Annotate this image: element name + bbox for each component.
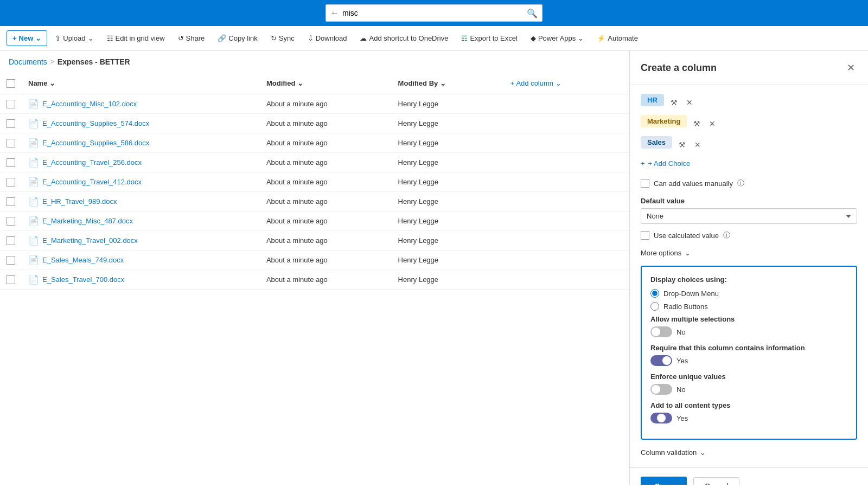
default-value-select[interactable]: None: [641, 208, 857, 224]
file-name-2[interactable]: E_Accounting_Supplies_586.docx: [42, 139, 149, 147]
require-info-value: Yes: [676, 357, 688, 365]
right-panel: Create a column ✕ HR ⚒ ✕ Marketing ⚒ ✕ S…: [629, 51, 868, 485]
can-add-values-label: Can add values manually: [654, 179, 733, 188]
modified-by-cell-6: Henry Legge: [392, 211, 500, 231]
choice-remove-1[interactable]: ✕: [707, 118, 718, 129]
save-button[interactable]: Save: [641, 477, 687, 485]
radio-buttons-radio-row: Radio Buttons: [650, 302, 847, 311]
radio-buttons-radio[interactable]: [650, 302, 659, 311]
row-checkbox-6[interactable]: [7, 217, 15, 226]
panel-header: Create a column ✕: [630, 51, 868, 85]
modified-by-cell-3: Henry Legge: [392, 153, 500, 172]
enforce-unique-label: Enforce unique values: [650, 373, 847, 381]
file-name-4[interactable]: E_Accounting_Travel_412.docx: [42, 178, 142, 186]
search-back-icon[interactable]: ←: [330, 8, 339, 18]
use-calculated-row: Use calculated value ⓘ: [641, 230, 857, 240]
sync-button[interactable]: ↻ Sync: [265, 31, 300, 46]
row-checkbox-2[interactable]: [7, 139, 15, 147]
add-shortcut-button[interactable]: ☁ Add shortcut to OneDrive: [354, 31, 454, 46]
modified-by-cell-4: Henry Legge: [392, 172, 500, 192]
modified-cell-5: About a minute ago: [260, 192, 392, 211]
choice-remove-0[interactable]: ✕: [684, 97, 695, 108]
use-calculated-checkbox[interactable]: [641, 231, 649, 240]
file-name-9[interactable]: E_Sales_Travel_700.docx: [42, 275, 124, 284]
select-all-checkbox[interactable]: [7, 79, 15, 88]
power-apps-button[interactable]: ◆ Power Apps ⌄: [525, 31, 589, 46]
more-options-chevron-icon: ⌄: [685, 249, 691, 257]
file-name-6[interactable]: E_Marketing_Misc_487.docx: [42, 217, 133, 225]
more-options-box: Display choices using: Drop-Down Menu Ra…: [641, 266, 857, 440]
name-column-header[interactable]: Name ⌄: [22, 73, 260, 94]
choice-edit-0[interactable]: ⚒: [668, 97, 680, 108]
modified-cell-6: About a minute ago: [260, 211, 392, 231]
row-checkbox-0[interactable]: [7, 100, 15, 108]
add-choice-button[interactable]: + + Add Choice: [641, 157, 690, 170]
modified-cell-3: About a minute ago: [260, 153, 392, 172]
copy-link-button[interactable]: 🔗 Copy link: [212, 31, 263, 46]
row-checkbox-3[interactable]: [7, 158, 15, 167]
file-icon: 📄: [28, 157, 39, 168]
file-name-1[interactable]: E_Accounting_Supplies_574.docx: [42, 119, 149, 127]
file-table: Name ⌄ Modified ⌄ Modified By ⌄ + Add co…: [0, 73, 629, 290]
file-name-3[interactable]: E_Accounting_Travel_256.docx: [42, 158, 142, 166]
share-icon: ↺: [178, 34, 184, 42]
add-column-button[interactable]: + Add column ⌄: [506, 77, 566, 89]
choice-edit-1[interactable]: ⚒: [691, 118, 703, 129]
modified-cell-8: About a minute ago: [260, 251, 392, 270]
cancel-button[interactable]: Cancel: [693, 477, 740, 485]
row-checkbox-9[interactable]: [7, 275, 15, 284]
breadcrumb-separator: >: [50, 58, 54, 66]
more-options-button[interactable]: More options ⌄: [641, 247, 691, 259]
add-to-content-label: Add to all content types: [650, 401, 847, 409]
add-to-content-toggle[interactable]: [650, 413, 672, 423]
plus-icon: +: [641, 159, 645, 168]
powerapps-icon: ◆: [531, 34, 536, 42]
file-name-5[interactable]: E_HR_Travel_989.docx: [42, 197, 117, 206]
choice-row-0: HR ⚒ ✕: [641, 94, 857, 111]
upload-button[interactable]: ⇧ Upload ⌄: [49, 31, 99, 46]
modified-column-header[interactable]: Modified ⌄: [260, 73, 392, 94]
search-input[interactable]: [342, 9, 527, 17]
can-add-values-checkbox[interactable]: [641, 179, 649, 188]
dropdown-menu-radio[interactable]: [650, 289, 659, 298]
require-info-toggle[interactable]: [650, 355, 672, 366]
file-name-8[interactable]: E_Sales_Meals_749.docx: [42, 256, 124, 264]
download-button[interactable]: ⇩ Download: [302, 31, 353, 46]
row-checkbox-4[interactable]: [7, 178, 15, 187]
export-excel-button[interactable]: ☶ Export to Excel: [456, 31, 522, 46]
file-icon: 📄: [28, 177, 39, 187]
can-add-values-info-icon[interactable]: ⓘ: [737, 178, 744, 188]
panel-close-button[interactable]: ✕: [845, 60, 857, 76]
row-checkbox-1[interactable]: [7, 119, 15, 128]
column-validation-button[interactable]: Column validation ⌄: [641, 446, 706, 459]
breadcrumb-parent[interactable]: Documents: [9, 57, 47, 66]
file-icon: 📄: [28, 196, 39, 207]
choice-remove-2[interactable]: ✕: [692, 139, 703, 150]
search-button[interactable]: 🔍: [527, 8, 538, 18]
search-box[interactable]: ← 🔍: [326, 4, 542, 22]
share-button[interactable]: ↺ Share: [173, 31, 210, 46]
row-checkbox-7[interactable]: [7, 236, 15, 245]
enforce-unique-toggle[interactable]: [650, 384, 672, 395]
new-button[interactable]: + New ⌄: [7, 30, 47, 46]
panel-body: HR ⚒ ✕ Marketing ⚒ ✕ Sales ⚒ ✕ + + Add C…: [630, 85, 868, 467]
add-column-dropdown-icon: ⌄: [556, 79, 561, 87]
main-list: Documents > Expenses - BETTER Name ⌄ Mod…: [0, 51, 629, 485]
excel-icon: ☶: [461, 34, 468, 42]
file-name-7[interactable]: E_Marketing_Travel_002.docx: [42, 236, 138, 245]
add-to-content-value: Yes: [676, 414, 688, 422]
choice-edit-2[interactable]: ⚒: [676, 139, 688, 150]
edit-grid-button[interactable]: ☷ Edit in grid view: [101, 31, 170, 46]
automate-button[interactable]: ⚡ Automate: [591, 31, 643, 46]
row-checkbox-5[interactable]: [7, 197, 15, 206]
allow-multiple-value: No: [676, 328, 686, 336]
choice-tag-0: HR: [641, 94, 664, 106]
use-calculated-info-icon[interactable]: ⓘ: [723, 230, 730, 240]
onedrive-icon: ☁: [360, 34, 367, 42]
file-name-0[interactable]: E_Accounting_Misc_102.docx: [42, 100, 137, 108]
row-checkbox-8[interactable]: [7, 256, 15, 265]
allow-multiple-toggle[interactable]: [650, 326, 672, 337]
modified-by-column-header[interactable]: Modified By ⌄: [392, 73, 500, 94]
table-row: 📄 E_Accounting_Supplies_586.docx About a…: [0, 133, 629, 153]
modified-by-cell-5: Henry Legge: [392, 192, 500, 211]
